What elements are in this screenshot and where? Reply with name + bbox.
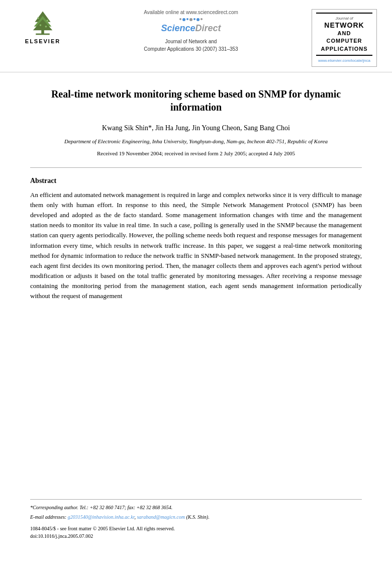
elsevier-logo: ELSEVIER <box>25 9 60 45</box>
elsevier-logo-area: ELSEVIER <box>15 9 70 45</box>
svg-point-8 <box>45 26 47 28</box>
footer-bottom: 1084-8045/$ - see front matter © 2005 El… <box>30 525 362 540</box>
dot7 <box>201 18 203 20</box>
dot1 <box>179 18 181 20</box>
email-name: (K.S. Shin). <box>186 514 210 520</box>
abstract-section: Abstract An efficient and automated netw… <box>30 176 362 301</box>
available-online-text: Available online at www.sciencedirect.co… <box>75 9 307 16</box>
abstract-body: An efficient and automated network manag… <box>30 190 362 302</box>
dot5 <box>193 18 195 20</box>
doi-line: doi:10.1016/j.jnca.2005.07.002 <box>30 532 362 540</box>
authors: Kwang Sik Shin*, Jin Ha Jung, Jin Young … <box>30 123 362 133</box>
abstract-title: Abstract <box>30 176 362 186</box>
journal-title-center: Journal of Network and Computer Applicat… <box>75 38 307 53</box>
email-separator: , <box>134 514 136 520</box>
affiliation: Department of Electronic Engineering, In… <box>30 137 362 146</box>
footnote-email: E-mail addresses: g2031540@inhavision.in… <box>30 513 362 521</box>
journal-title-line1: Journal of Network and <box>165 39 217 44</box>
sciencedirect-logo: ScienceDirect <box>75 18 307 35</box>
header: ELSEVIER Available online at www.science… <box>0 0 392 72</box>
footnote-corresponding: *Corresponding author. Tel.: +82 32 860 … <box>30 504 362 511</box>
header-center: Available online at www.sciencedirect.co… <box>70 9 312 53</box>
email1-link[interactable]: g2031540@inhavision.inha.ac.kr <box>68 514 135 520</box>
journal-name-and: AND <box>316 30 372 37</box>
sciencedirect-brand: ScienceDirect <box>161 22 221 35</box>
page: ELSEVIER Available online at www.science… <box>0 0 392 570</box>
authors-text: Kwang Sik Shin*, Jin Ha Jung, Jin Young … <box>102 124 290 132</box>
journal-info-box: Journal of NETWORK AND COMPUTER APPLICAT… <box>312 9 377 67</box>
corresponding-text: *Corresponding author. Tel.: +82 32 860 … <box>30 505 172 510</box>
svg-point-5 <box>37 18 39 20</box>
journal-name-line1: NETWORK <box>316 21 372 30</box>
svg-point-6 <box>46 20 48 22</box>
elsevier-tree-icon <box>25 9 60 37</box>
svg-rect-1 <box>36 34 50 35</box>
dot4 <box>189 18 192 21</box>
journal-title-line2: Computer Applications 30 (2007) 331–353 <box>144 46 238 52</box>
copyright-line: 1084-8045/$ - see front matter © 2005 El… <box>30 525 362 532</box>
journal-url-link[interactable]: www.elsevier.com/locate/jnca <box>316 58 372 63</box>
footer-area: *Corresponding author. Tel.: +82 32 860 … <box>30 499 362 540</box>
sciencedirect-dots <box>179 18 203 21</box>
email2-link[interactable]: saraband@magicn.com <box>137 514 185 520</box>
paper-title: Real-time network monitoring scheme base… <box>30 87 362 114</box>
journal-of-label: Journal of <box>316 16 372 21</box>
dot2 <box>182 18 185 21</box>
email-label: E-mail addresses: <box>30 514 66 520</box>
journal-name-line3: APPLICATIONS <box>316 45 372 53</box>
main-content: Real-time network monitoring scheme base… <box>0 72 392 321</box>
received-dates: Received 19 November 2004; received in r… <box>30 150 362 157</box>
elsevier-label: ELSEVIER <box>25 38 60 45</box>
dot3 <box>186 18 188 20</box>
journal-name-line2: COMPUTER <box>316 37 372 45</box>
svg-point-7 <box>40 24 42 26</box>
dot6 <box>197 18 200 21</box>
divider <box>30 167 362 168</box>
